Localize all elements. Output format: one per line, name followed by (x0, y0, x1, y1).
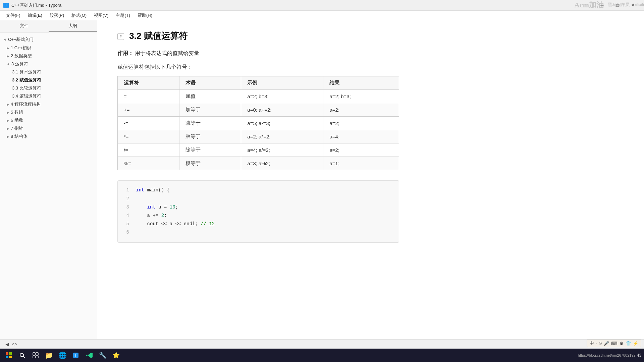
sidebar-subitem-3-1[interactable]: 3.1 算术运算符 (0, 68, 97, 76)
app-icon-extra2[interactable]: ⭐ (110, 349, 122, 361)
cell-result-3: a=4; (323, 130, 399, 143)
maximize-button[interactable]: □ (610, 0, 625, 11)
sogou-settings-icon[interactable]: ⚙ (620, 341, 624, 346)
table-row: +=加等于a=0; a+=2;a=2; (118, 103, 399, 117)
file-explorer-button[interactable]: 📁 (43, 349, 55, 361)
cell-example-3: a=2; a*=2; (241, 130, 323, 143)
menu-item-v[interactable]: 视图(V) (91, 12, 112, 19)
tab-outline[interactable]: 大纲 (49, 20, 97, 32)
sidebar-item-3[interactable]: ▼ 3 运算符 (0, 60, 97, 68)
item4-label: 4 程序流程结构 (11, 101, 41, 107)
operators-table: 运算符 术语 示例 结果 =赋值a=2; b=3;a=2; b=3;+=加等于a… (117, 76, 399, 170)
title-bar: T C++基础入门.md - Typora Acm加油 黑马程序员 · bili… (0, 0, 644, 11)
sogou-keyboard-icon[interactable]: ⌨ (611, 341, 618, 346)
sidebar-item-2[interactable]: ▶ 2 数据类型 (0, 52, 97, 60)
code-line-4: 4 a += 2; (124, 212, 392, 220)
code-line-5: 5 cout << a << endl; // 12 (124, 220, 392, 228)
close-button[interactable]: ✕ (625, 0, 641, 11)
table-row: /=除等于a=4; a/=2;a=2; (118, 143, 399, 157)
content-area[interactable]: # 3.2 赋值运算符 作用： 用于将表达式的值赋给变量 赋值运算符包括以下几个… (97, 20, 644, 339)
item3-arrow: ▼ (6, 62, 10, 66)
cell-term-4: 除等于 (179, 143, 241, 157)
sidebar-item-8[interactable]: ▶ 8 结构体 (0, 132, 97, 140)
item1-label: 1 C++初识 (11, 45, 31, 51)
start-button[interactable] (3, 349, 15, 361)
sogou-dot: · (596, 341, 597, 346)
svg-rect-9 (36, 356, 38, 358)
menu-item-e[interactable]: 编辑(E) (24, 12, 46, 19)
svg-rect-8 (33, 356, 35, 358)
sogou-lang[interactable]: 中 (590, 340, 594, 346)
cell-op-0: = (118, 90, 179, 103)
systray: https://blog.csdn.net/mo267802192 43 (578, 353, 641, 358)
line-num-5: 5 (124, 220, 129, 228)
subitem32-label: 3.2 赋值运算符 (12, 77, 41, 83)
nav-left-arrow[interactable]: ◀ (5, 342, 9, 347)
svg-rect-2 (6, 356, 8, 358)
sidebar: 文件 大纲 ▼ C++基础入门 ▶ 1 C++初识 ▶ 2 数据类型 ▼ 3 运… (0, 20, 97, 339)
item2-arrow: ▶ (7, 54, 9, 58)
sidebar-item-5[interactable]: ▶ 5 数组 (0, 108, 97, 116)
cell-example-1: a=0; a+=2; (241, 103, 323, 117)
menu-item-f[interactable]: 文件(F) (3, 12, 24, 19)
cell-result-0: a=2; b=3; (323, 90, 399, 103)
browser-button[interactable]: 🌐 (56, 349, 68, 361)
app-icon-extra[interactable]: 🔧 (97, 349, 109, 361)
table-body: =赋值a=2; b=3;a=2; b=3;+=加等于a=0; a+=2;a=2;… (118, 90, 399, 170)
svg-rect-6 (33, 353, 35, 355)
line-num-2: 2 (124, 195, 129, 203)
vscode-button[interactable] (83, 349, 95, 361)
cell-example-2: a=5; a-=3; (241, 117, 323, 130)
sidebar-item-6[interactable]: ▶ 6 函数 (0, 116, 97, 124)
cell-result-5: a=1; (323, 157, 399, 170)
item5-label: 5 数组 (11, 109, 23, 115)
anchor-icon[interactable]: # (117, 33, 124, 40)
title-bar-controls: ─ □ ✕ (594, 0, 641, 11)
menu-item-p[interactable]: 段落(P) (46, 12, 67, 19)
subitem31-label: 3.1 算术运算符 (12, 69, 41, 75)
item1-arrow: ▶ (7, 46, 9, 50)
line-num-1: 1 (124, 186, 129, 194)
typora-button[interactable]: T (70, 349, 82, 361)
svg-rect-1 (9, 352, 12, 355)
window-title: C++基础入门.md - Typora (11, 2, 61, 8)
sidebar-tree: ▼ C++基础入门 ▶ 1 C++初识 ▶ 2 数据类型 ▼ 3 运算符 3.1… (0, 33, 97, 143)
item7-arrow: ▶ (7, 127, 9, 130)
tree-root[interactable]: ▼ C++基础入门 (0, 35, 97, 44)
minimize-button[interactable]: ─ (594, 0, 610, 11)
svg-rect-7 (36, 353, 38, 355)
col-header-result: 结果 (323, 76, 399, 90)
taskbar: 📁 🌐 T 🔧 ⭐ https://blog.csdn.net/mo267802… (0, 349, 644, 362)
item7-label: 7 指针 (11, 125, 23, 131)
cell-op-4: /= (118, 143, 179, 157)
cell-op-3: *= (118, 130, 179, 143)
sidebar-tabs: 文件 大纲 (0, 20, 97, 33)
menu-item-t[interactable]: 主题(T) (112, 12, 133, 19)
sidebar-item-1[interactable]: ▶ 1 C++初识 (0, 44, 97, 52)
sidebar-item-7[interactable]: ▶ 7 指针 (0, 124, 97, 132)
sogou-mic-icon[interactable]: 🎤 (604, 341, 609, 346)
code-text-1: int main() { (136, 186, 170, 194)
search-button[interactable] (16, 349, 28, 361)
menu-item-o[interactable]: 格式(O) (68, 12, 90, 19)
sidebar-subitem-3-3[interactable]: 3.3 比较运算符 (0, 84, 97, 92)
sogou-tools-icon[interactable]: ⚡ (633, 341, 638, 346)
svg-rect-0 (6, 352, 8, 355)
task-view-button[interactable] (30, 349, 42, 361)
purpose-para: 作用： 用于将表达式的值赋给变量 (117, 49, 624, 58)
sidebar-subitem-3-2[interactable]: 3.2 赋值运算符 (0, 76, 97, 84)
cell-example-5: a=3; a%2; (241, 157, 323, 170)
sidebar-subitem-3-4[interactable]: 3.4 逻辑运算符 (0, 92, 97, 100)
clock-display: 43 (637, 353, 641, 358)
main-layout: 文件 大纲 ▼ C++基础入门 ▶ 1 C++初识 ▶ 2 数据类型 ▼ 3 运… (0, 20, 644, 339)
code-block: 1 int main() { 2 3 int a = 10; 4 a += 2; (117, 180, 399, 242)
svg-point-4 (20, 353, 23, 357)
item5-arrow: ▶ (7, 111, 9, 114)
sogou-skin-icon[interactable]: 👕 (626, 341, 631, 346)
code-toggle[interactable]: <> (12, 342, 17, 347)
tab-files[interactable]: 文件 (0, 20, 49, 32)
menu-item-h[interactable]: 帮助(H) (134, 12, 156, 19)
sidebar-item-4[interactable]: ▶ 4 程序流程结构 (0, 100, 97, 108)
menu-bar: 文件(F)编辑(E)段落(P)格式(O)视图(V)主题(T)帮助(H) (0, 11, 644, 20)
cell-term-0: 赋值 (179, 90, 241, 103)
